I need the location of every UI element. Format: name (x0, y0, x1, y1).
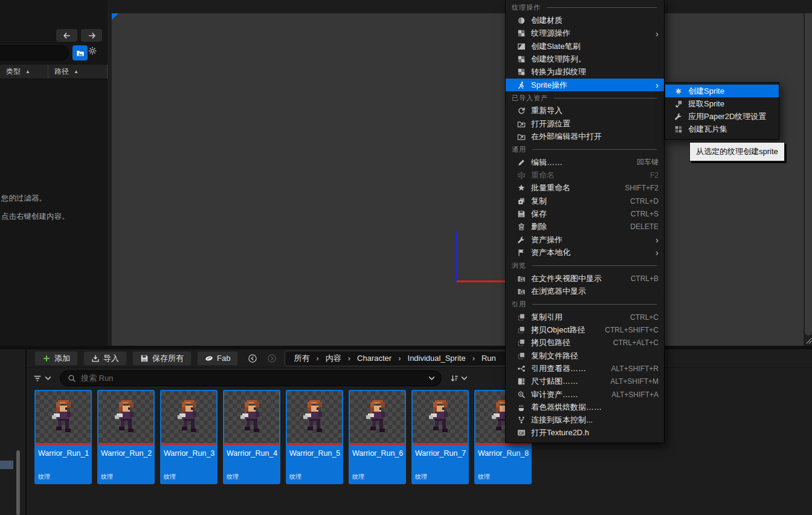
back-button[interactable] (56, 29, 77, 42)
menu-item-label: 资产本地化 (531, 247, 570, 258)
section-divider (532, 265, 657, 266)
save-dirty-packages-button[interactable] (72, 45, 88, 60)
asset-type-label: 纹理 (289, 473, 301, 481)
duplicate-icon (517, 196, 526, 206)
asset-tile[interactable]: Warrior_Run_2纹理 (97, 390, 155, 484)
menu-section-label: 通用 (512, 145, 526, 154)
menu-item[interactable]: 引用查看器……ALT+SHIFT+R (506, 362, 664, 375)
menu-item[interactable]: 提取Sprite (665, 97, 779, 110)
create-content-hint-text: 点击右键创建内容。 (1, 212, 69, 222)
circle-back-arrow-icon (248, 354, 257, 363)
sort-icon (450, 374, 459, 383)
menu-item[interactable]: 创建瓦片集 (665, 123, 779, 135)
menu-item[interactable]: 连接到版本控制... (506, 414, 664, 427)
menu-item[interactable]: 资产操作› (506, 233, 664, 246)
menu-item[interactable]: 应用Paper2D纹理设置 (665, 110, 779, 123)
menu-item-label: 连接到版本控制... (531, 415, 593, 426)
history-back-button[interactable] (246, 352, 259, 364)
save-all-button[interactable]: 保存所有 (132, 351, 192, 366)
tooltip-text: 从选定的纹理创建sprite (696, 147, 778, 156)
menu-item[interactable]: 在文件夹视图中显示CTRL+B (506, 272, 664, 285)
asset-tile[interactable]: Warrior_Run_6纹理 (349, 390, 406, 484)
menu-item[interactable]: 在外部编辑器中打开 (506, 130, 664, 143)
menu-item[interactable]: 纹理源操作› (506, 27, 664, 40)
panel-search-input[interactable] (0, 45, 69, 60)
gear-icon[interactable] (88, 47, 101, 59)
menu-item-label: Sprite操作 (531, 80, 567, 91)
asset-tile[interactable]: Warrior_Run_5纹理 (286, 390, 343, 484)
asset-tile[interactable]: Warrior_Run_4纹理 (223, 390, 280, 484)
chevron-down-icon[interactable] (428, 376, 435, 380)
menu-item[interactable]: 创建Sprite (665, 85, 779, 97)
sources-search-icon[interactable] (3, 352, 14, 363)
breadcrumb-item[interactable]: 内容 (326, 353, 341, 364)
sprite-editor-viewport[interactable] (112, 13, 804, 346)
menu-item[interactable]: 资产本地化› (506, 246, 664, 259)
menu-item[interactable]: 复制CTRL+D (506, 195, 664, 207)
menu-item[interactable]: 复制文件路径 (506, 349, 664, 362)
forward-button[interactable] (81, 29, 102, 42)
breadcrumb-chevron-icon: › (472, 354, 475, 363)
menu-item[interactable]: 转换为虚拟纹理 (506, 66, 664, 79)
menu-item[interactable]: 创建Slate笔刷 (506, 40, 664, 53)
warrior-sprite (113, 400, 140, 434)
sources-scrollbar[interactable] (16, 450, 20, 515)
reimport-icon (517, 106, 526, 115)
menu-section-header: 浏览 (506, 259, 664, 273)
menu-item[interactable]: 保存CTRL+S (506, 207, 664, 220)
menu-item[interactable]: 创建纹理阵列。 (506, 53, 664, 65)
section-divider (532, 149, 657, 150)
menu-item[interactable]: 在浏览器中显示 (506, 285, 664, 297)
version-control-icon (517, 415, 526, 425)
context-menu: 纹理操作创建材质纹理源操作›创建Slate笔刷创建纹理阵列。转换为虚拟纹理Spr… (505, 0, 665, 443)
menu-item[interactable]: 拷贝包路径CTRL+ALT+C (506, 337, 664, 349)
menu-item[interactable]: 批量重命名SHIFT+F2 (506, 182, 664, 195)
menu-item-label: 转换为虚拟纹理 (531, 66, 586, 77)
menu-item[interactable]: Sprite操作› (506, 79, 664, 91)
menu-item[interactable]: C#打开Texture2D.h (506, 427, 664, 439)
collections-search-icon[interactable] (3, 374, 14, 386)
history-forward-button[interactable] (265, 352, 278, 364)
asset-thumbnail (287, 391, 342, 445)
breadcrumb-item[interactable]: Character (357, 354, 392, 363)
save-icon (517, 209, 526, 219)
import-button[interactable]: 导入 (83, 351, 127, 366)
resize-grip-icon[interactable] (805, 337, 812, 345)
asset-tile[interactable]: Warrior_Run_7纹理 (411, 390, 469, 484)
menu-item[interactable]: 审计资产……ALT+SHIFT+A (506, 388, 664, 401)
menu-item[interactable]: 尺寸贴图……ALT+SHIFT+M (506, 375, 664, 388)
wrench-icon (517, 235, 526, 245)
fab-button-label: Fab (217, 354, 230, 363)
menu-item[interactable]: 复制引用CTRL+C (506, 311, 664, 323)
menu-item[interactable]: 重新导入 (506, 105, 664, 117)
breadcrumb[interactable]: 所有›内容›Character›Individual_Sprite›Run (285, 351, 526, 366)
selected-source-item[interactable] (0, 461, 13, 469)
asset-thumbnail (161, 391, 216, 445)
filter-button[interactable] (33, 374, 51, 383)
asset-search-input[interactable] (81, 374, 428, 383)
asset-type-label: 纹理 (164, 473, 176, 481)
asset-grid: Warrior_Run_1纹理 Warrior_Run_2纹理 Warrior_… (27, 389, 812, 515)
menu-item[interactable]: 创建材质 (506, 15, 664, 27)
column-divider[interactable] (107, 65, 108, 79)
menu-item[interactable]: 删除DELETE (506, 221, 664, 233)
menu-item[interactable]: 着色器烘焙数据…… (506, 401, 664, 413)
asset-tile[interactable]: Warrior_Run_1纹理 (34, 390, 92, 484)
fab-button[interactable]: Fab (197, 351, 238, 366)
breadcrumb-item[interactable]: 所有 (294, 353, 309, 364)
add-button[interactable]: 添加 (34, 351, 78, 366)
menu-item-label: 创建纹理阵列。 (531, 54, 586, 65)
menu-item[interactable]: 拷贝Object路径CTRL+SHIFT+C (506, 323, 664, 336)
sort-button[interactable] (450, 374, 468, 383)
breadcrumb-item[interactable]: Individual_Sprite (408, 354, 466, 363)
menu-item[interactable]: 重命名F2 (506, 169, 664, 181)
shader-cook-icon (517, 403, 526, 412)
import-icon (91, 354, 100, 363)
menu-item[interactable]: 打开源位置 (506, 117, 664, 130)
column-header-type[interactable]: 类型 ▲ (0, 65, 48, 79)
asset-search-box[interactable] (60, 371, 442, 386)
menu-item[interactable]: 编辑……回车键 (506, 156, 664, 169)
breadcrumb-item[interactable]: Run (482, 354, 496, 363)
asset-tile[interactable]: Warrior_Run_3纹理 (160, 390, 218, 484)
column-header-path[interactable]: 路径 ▲ (48, 65, 107, 79)
